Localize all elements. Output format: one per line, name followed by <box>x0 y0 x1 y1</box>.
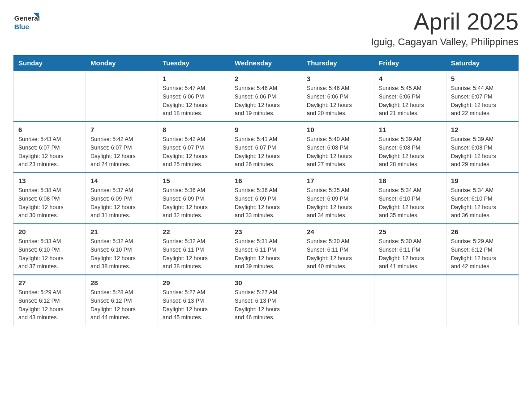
col-saturday: Saturday <box>446 56 519 71</box>
calendar-header: Sunday Monday Tuesday Wednesday Thursday… <box>14 56 519 71</box>
calendar-cell: 6Sunrise: 5:43 AM Sunset: 6:07 PM Daylig… <box>14 122 86 173</box>
calendar-cell: 2Sunrise: 5:46 AM Sunset: 6:06 PM Daylig… <box>230 71 302 122</box>
calendar-cell: 23Sunrise: 5:31 AM Sunset: 6:11 PM Dayli… <box>230 224 302 275</box>
day-number: 20 <box>18 228 81 235</box>
col-thursday: Thursday <box>302 56 374 71</box>
day-number: 27 <box>18 279 81 287</box>
calendar-cell <box>302 275 374 325</box>
calendar-cell: 17Sunrise: 5:35 AM Sunset: 6:09 PM Dayli… <box>302 173 374 224</box>
day-number: 21 <box>90 228 153 235</box>
day-number: 16 <box>235 177 297 184</box>
day-number: 28 <box>90 279 153 287</box>
day-info: Sunrise: 5:39 AM Sunset: 6:08 PM Dayligh… <box>379 135 442 169</box>
day-number: 29 <box>163 279 225 287</box>
day-info: Sunrise: 5:34 AM Sunset: 6:10 PM Dayligh… <box>451 186 514 220</box>
col-tuesday: Tuesday <box>158 56 230 71</box>
logo: General Blue <box>13 9 40 34</box>
calendar-cell <box>374 275 446 325</box>
calendar-cell: 10Sunrise: 5:40 AM Sunset: 6:08 PM Dayli… <box>302 122 374 173</box>
day-number: 30 <box>235 279 297 287</box>
calendar-cell: 3Sunrise: 5:46 AM Sunset: 6:06 PM Daylig… <box>302 71 374 122</box>
day-number: 4 <box>379 75 442 82</box>
day-number: 22 <box>163 228 225 235</box>
calendar-body: 1Sunrise: 5:47 AM Sunset: 6:06 PM Daylig… <box>14 71 519 325</box>
day-info: Sunrise: 5:46 AM Sunset: 6:06 PM Dayligh… <box>307 84 369 118</box>
day-number: 2 <box>235 75 297 82</box>
day-info: Sunrise: 5:30 AM Sunset: 6:11 PM Dayligh… <box>307 237 369 271</box>
day-number: 26 <box>451 228 514 235</box>
calendar-cell: 26Sunrise: 5:29 AM Sunset: 6:12 PM Dayli… <box>446 224 519 275</box>
calendar-week-4: 20Sunrise: 5:33 AM Sunset: 6:10 PM Dayli… <box>14 224 519 275</box>
logo-icon: General Blue <box>13 9 40 34</box>
calendar-title: April 2025 <box>371 9 519 34</box>
day-info: Sunrise: 5:37 AM Sunset: 6:09 PM Dayligh… <box>90 186 153 220</box>
calendar-cell: 28Sunrise: 5:28 AM Sunset: 6:12 PM Dayli… <box>86 275 158 325</box>
day-info: Sunrise: 5:42 AM Sunset: 6:07 PM Dayligh… <box>163 135 225 169</box>
day-number: 1 <box>163 75 225 82</box>
day-number: 18 <box>379 177 442 184</box>
day-number: 23 <box>235 228 297 235</box>
day-info: Sunrise: 5:31 AM Sunset: 6:11 PM Dayligh… <box>235 237 297 271</box>
day-number: 6 <box>18 126 81 133</box>
col-wednesday: Wednesday <box>230 56 302 71</box>
calendar-cell: 7Sunrise: 5:42 AM Sunset: 6:07 PM Daylig… <box>86 122 158 173</box>
calendar-cell: 27Sunrise: 5:29 AM Sunset: 6:12 PM Dayli… <box>14 275 86 325</box>
calendar-subtitle: Iguig, Cagayan Valley, Philippines <box>371 36 519 48</box>
day-info: Sunrise: 5:46 AM Sunset: 6:06 PM Dayligh… <box>235 84 297 118</box>
calendar-cell: 16Sunrise: 5:36 AM Sunset: 6:09 PM Dayli… <box>230 173 302 224</box>
calendar-cell: 15Sunrise: 5:36 AM Sunset: 6:09 PM Dayli… <box>158 173 230 224</box>
day-info: Sunrise: 5:38 AM Sunset: 6:08 PM Dayligh… <box>18 186 81 220</box>
calendar-cell: 20Sunrise: 5:33 AM Sunset: 6:10 PM Dayli… <box>14 224 86 275</box>
calendar-cell: 13Sunrise: 5:38 AM Sunset: 6:08 PM Dayli… <box>14 173 86 224</box>
calendar-cell: 18Sunrise: 5:34 AM Sunset: 6:10 PM Dayli… <box>374 173 446 224</box>
day-number: 5 <box>451 75 514 82</box>
day-info: Sunrise: 5:42 AM Sunset: 6:07 PM Dayligh… <box>90 135 153 169</box>
day-number: 8 <box>163 126 225 133</box>
day-info: Sunrise: 5:39 AM Sunset: 6:08 PM Dayligh… <box>451 135 514 169</box>
day-info: Sunrise: 5:36 AM Sunset: 6:09 PM Dayligh… <box>163 186 225 220</box>
day-info: Sunrise: 5:41 AM Sunset: 6:07 PM Dayligh… <box>235 135 297 169</box>
calendar-cell <box>14 71 86 122</box>
col-monday: Monday <box>86 56 158 71</box>
day-number: 17 <box>307 177 369 184</box>
calendar-cell: 1Sunrise: 5:47 AM Sunset: 6:06 PM Daylig… <box>158 71 230 122</box>
calendar-cell: 29Sunrise: 5:27 AM Sunset: 6:13 PM Dayli… <box>158 275 230 325</box>
calendar-cell: 19Sunrise: 5:34 AM Sunset: 6:10 PM Dayli… <box>446 173 519 224</box>
day-info: Sunrise: 5:44 AM Sunset: 6:07 PM Dayligh… <box>451 84 514 118</box>
day-info: Sunrise: 5:47 AM Sunset: 6:06 PM Dayligh… <box>163 84 225 118</box>
col-friday: Friday <box>374 56 446 71</box>
day-info: Sunrise: 5:32 AM Sunset: 6:10 PM Dayligh… <box>90 237 153 271</box>
calendar-cell: 25Sunrise: 5:30 AM Sunset: 6:11 PM Dayli… <box>374 224 446 275</box>
day-info: Sunrise: 5:35 AM Sunset: 6:09 PM Dayligh… <box>307 186 369 220</box>
day-number: 11 <box>379 126 442 133</box>
svg-text:Blue: Blue <box>14 23 30 30</box>
calendar-week-2: 6Sunrise: 5:43 AM Sunset: 6:07 PM Daylig… <box>14 122 519 173</box>
calendar-cell: 8Sunrise: 5:42 AM Sunset: 6:07 PM Daylig… <box>158 122 230 173</box>
calendar-cell: 14Sunrise: 5:37 AM Sunset: 6:09 PM Dayli… <box>86 173 158 224</box>
day-number: 24 <box>307 228 369 235</box>
calendar-cell: 4Sunrise: 5:45 AM Sunset: 6:06 PM Daylig… <box>374 71 446 122</box>
calendar-cell: 9Sunrise: 5:41 AM Sunset: 6:07 PM Daylig… <box>230 122 302 173</box>
day-number: 19 <box>451 177 514 184</box>
day-number: 15 <box>163 177 225 184</box>
calendar-table: Sunday Monday Tuesday Wednesday Thursday… <box>13 55 519 325</box>
day-info: Sunrise: 5:27 AM Sunset: 6:13 PM Dayligh… <box>235 288 297 322</box>
calendar-cell: 22Sunrise: 5:32 AM Sunset: 6:11 PM Dayli… <box>158 224 230 275</box>
day-number: 13 <box>18 177 81 184</box>
day-number: 9 <box>235 126 297 133</box>
day-number: 10 <box>307 126 369 133</box>
day-number: 3 <box>307 75 369 82</box>
calendar-week-1: 1Sunrise: 5:47 AM Sunset: 6:06 PM Daylig… <box>14 71 519 122</box>
calendar-cell <box>86 71 158 122</box>
header-row: Sunday Monday Tuesday Wednesday Thursday… <box>14 56 519 71</box>
day-info: Sunrise: 5:45 AM Sunset: 6:06 PM Dayligh… <box>379 84 442 118</box>
day-info: Sunrise: 5:34 AM Sunset: 6:10 PM Dayligh… <box>379 186 442 220</box>
day-info: Sunrise: 5:43 AM Sunset: 6:07 PM Dayligh… <box>18 135 81 169</box>
calendar-week-5: 27Sunrise: 5:29 AM Sunset: 6:12 PM Dayli… <box>14 275 519 325</box>
day-info: Sunrise: 5:32 AM Sunset: 6:11 PM Dayligh… <box>163 237 225 271</box>
calendar-cell: 11Sunrise: 5:39 AM Sunset: 6:08 PM Dayli… <box>374 122 446 173</box>
day-number: 7 <box>90 126 153 133</box>
day-number: 12 <box>451 126 514 133</box>
title-block: April 2025 Iguig, Cagayan Valley, Philip… <box>371 9 519 48</box>
calendar-cell <box>446 275 519 325</box>
